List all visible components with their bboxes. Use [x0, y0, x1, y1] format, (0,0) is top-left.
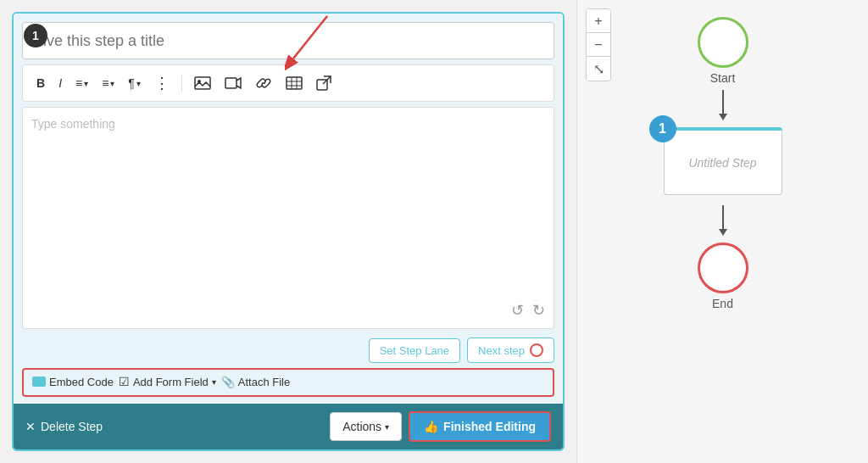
attach-file-icon: 📎: [221, 376, 235, 388]
editor-placeholder: Type something: [31, 117, 115, 131]
attach-file-button[interactable]: 📎 Attach File: [221, 376, 290, 388]
unordered-list-button[interactable]: ≡ ▾: [97, 73, 120, 93]
editor-body[interactable]: Type something ↺ ↻: [22, 107, 554, 329]
diagram-controls: + − ⤡: [586, 8, 611, 81]
zoom-out-button[interactable]: −: [587, 33, 610, 57]
delete-step-button[interactable]: ✕ Delete Step: [25, 420, 103, 433]
external-link-icon: [316, 75, 331, 91]
finished-editing-button[interactable]: 👍 Finished Editing: [409, 411, 551, 442]
image-button[interactable]: [189, 73, 216, 93]
step-title-input[interactable]: [22, 22, 554, 59]
end-node: End: [698, 243, 748, 310]
set-step-lane-button[interactable]: Set Step Lane: [369, 338, 460, 363]
table-button[interactable]: [281, 73, 308, 93]
zoom-in-button[interactable]: +: [587, 9, 610, 33]
fit-button[interactable]: ⤡: [587, 57, 610, 81]
svg-rect-4: [225, 78, 236, 88]
right-panel: + − ⤡ Start 1 Untitled Step End: [576, 0, 868, 463]
end-circle: [698, 243, 748, 293]
bottom-bar: ✕ Delete Step Actions ▾ 👍 Finished Editi…: [14, 404, 563, 449]
ordered-list-button[interactable]: ≡ ▾: [70, 73, 93, 93]
title-input-wrapper: [14, 14, 563, 64]
step-node-label: Untitled Step: [688, 156, 756, 170]
table-icon: [286, 76, 303, 90]
add-form-field-button[interactable]: ☑ Add Form Field ▾: [119, 375, 216, 388]
delete-icon: ✕: [25, 420, 36, 433]
arrow-step-to-end: [722, 205, 724, 231]
add-form-field-icon: ☑: [119, 375, 130, 388]
video-icon: [225, 76, 242, 90]
end-label: End: [712, 297, 733, 310]
arrow-start-to-step: [722, 90, 724, 115]
svg-rect-2: [195, 77, 210, 89]
embed-attach-bar: Embed Code ☑ Add Form Field ▾ 📎 Attach F…: [22, 368, 554, 397]
link-icon: [255, 76, 272, 90]
step-content-area: B I ≡ ▾ ≡ ▾ ¶ ▾ ⋮: [14, 14, 563, 404]
undo-redo-group: ↺ ↻: [509, 299, 547, 321]
step-node: 1 Untitled Step: [664, 127, 782, 195]
step-number-circle: 1: [649, 115, 676, 142]
start-node: Start: [698, 17, 748, 85]
start-circle: [698, 17, 748, 68]
video-button[interactable]: [220, 73, 247, 93]
step-container: B I ≡ ▾ ≡ ▾ ¶ ▾ ⋮: [12, 12, 565, 451]
redo-button[interactable]: ↻: [531, 299, 547, 321]
editor-toolbar: B I ≡ ▾ ≡ ▾ ¶ ▾ ⋮: [22, 64, 554, 102]
step-actions-bar: Set Step Lane Next step: [14, 334, 563, 368]
embed-code-button[interactable]: Embed Code: [32, 376, 114, 388]
link-button[interactable]: [250, 73, 277, 93]
next-step-button[interactable]: Next step: [467, 337, 554, 363]
step-box[interactable]: 1 Untitled Step: [664, 127, 782, 195]
italic-button[interactable]: I: [53, 73, 67, 93]
next-step-circle-icon: [530, 343, 543, 357]
svg-rect-6: [287, 77, 302, 89]
image-icon: [194, 76, 211, 90]
thumbs-up-icon: 👍: [424, 420, 438, 433]
left-panel: 1: [0, 0, 576, 463]
bold-button[interactable]: B: [31, 73, 50, 93]
paragraph-button[interactable]: ¶ ▾: [123, 73, 146, 93]
flow-diagram: Start 1 Untitled Step End: [577, 0, 868, 463]
toolbar-separator: [181, 75, 182, 92]
actions-dropdown-button[interactable]: Actions ▾: [330, 412, 402, 441]
more-button[interactable]: ⋮: [149, 70, 175, 96]
bottom-right-actions: Actions ▾ 👍 Finished Editing: [330, 411, 551, 442]
undo-button[interactable]: ↺: [509, 299, 526, 321]
embed-code-icon: [32, 377, 46, 387]
start-label: Start: [710, 71, 736, 85]
external-link-button[interactable]: [311, 72, 337, 94]
step-number-badge: 1: [24, 24, 47, 47]
